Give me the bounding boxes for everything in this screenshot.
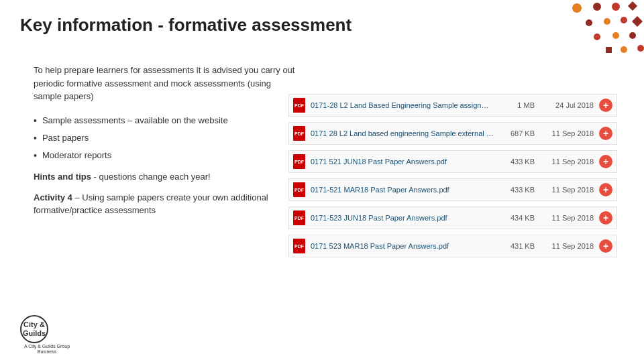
svg-point-5 <box>604 18 610 25</box>
bullet-item-3: Moderator reports <box>34 150 295 161</box>
file-list: PDF0171-28 L2 Land Based Engineering Sam… <box>288 94 617 263</box>
file-size: 687 KB <box>494 129 535 137</box>
svg-point-2 <box>612 3 620 11</box>
logo-sub-text: A City & Guilds Group Business <box>20 344 74 354</box>
file-date: 11 Sep 2018 <box>540 158 594 166</box>
svg-point-9 <box>612 32 619 39</box>
hints-rest: - questions change each year! <box>91 172 211 182</box>
svg-rect-3 <box>628 1 637 11</box>
logo-text-cg: City &Guilds <box>23 320 46 338</box>
file-row: PDF0171-521 MAR18 Past Paper Answers.pdf… <box>288 178 617 201</box>
file-row: PDF0171 523 MAR18 Past Paper Answers.pdf… <box>288 235 617 257</box>
file-date: 11 Sep 2018 <box>540 242 594 250</box>
file-name[interactable]: 0171 521 JUN18 Past Paper Answers.pdf <box>311 158 494 166</box>
pdf-icon: PDF <box>293 154 305 169</box>
file-size: 433 KB <box>494 186 535 194</box>
svg-point-12 <box>621 46 627 53</box>
svg-point-8 <box>594 34 600 40</box>
bullet-item-2: Past papers <box>34 133 295 143</box>
hints-bold: Hints and tips <box>34 172 91 182</box>
file-row: PDF0171-523 JUN18 Past Paper Answers.pdf… <box>288 206 617 229</box>
bullet-item-1: Sample assessments – available on the we… <box>34 115 295 126</box>
file-add-button[interactable]: + <box>599 239 612 253</box>
intro-text: To help prepare learners for assessments… <box>34 64 295 103</box>
file-name[interactable]: 0171-28 L2 Land Based Engineering Sample… <box>311 101 494 109</box>
file-add-button[interactable]: + <box>599 211 612 225</box>
file-size: 1 MB <box>494 101 535 109</box>
file-date: 11 Sep 2018 <box>540 214 594 222</box>
pdf-icon: PDF <box>293 182 305 197</box>
page-title: Key information - formative assessment <box>20 15 352 36</box>
file-name[interactable]: 0171 523 MAR18 Past Paper Answers.pdf <box>311 242 494 250</box>
hints-tips: Hints and tips - questions change each y… <box>34 172 295 182</box>
svg-point-13 <box>637 45 644 52</box>
pdf-icon: PDF <box>293 126 305 141</box>
pdf-icon: PDF <box>293 239 305 253</box>
file-add-button[interactable]: + <box>599 183 612 196</box>
file-date: 11 Sep 2018 <box>540 129 594 137</box>
activity-bold: Activity 4 <box>34 192 72 202</box>
decorative-dots <box>537 0 644 80</box>
file-size: 431 KB <box>494 242 535 250</box>
bullet-list: Sample assessments – available on the we… <box>34 115 295 161</box>
svg-point-4 <box>586 19 592 26</box>
file-size: 433 KB <box>494 158 535 166</box>
file-name[interactable]: 0171 28 L2 Land based engineering Sample… <box>311 129 494 137</box>
content-left: To help prepare learners for assessments… <box>34 64 295 217</box>
svg-rect-11 <box>606 47 612 53</box>
activity-text: Activity 4 – Using sample papers create … <box>34 191 295 217</box>
file-name[interactable]: 0171-521 MAR18 Past Paper Answers.pdf <box>311 186 494 194</box>
svg-point-1 <box>593 3 601 11</box>
file-add-button[interactable]: + <box>599 127 612 140</box>
file-date: 24 Jul 2018 <box>540 101 594 109</box>
file-name[interactable]: 0171-523 JUN18 Past Paper Answers.pdf <box>311 214 494 222</box>
svg-point-6 <box>621 17 627 23</box>
file-add-button[interactable]: + <box>599 99 612 112</box>
pdf-icon: PDF <box>293 98 305 113</box>
file-size: 434 KB <box>494 214 535 222</box>
file-row: PDF0171-28 L2 Land Based Engineering Sam… <box>288 94 617 117</box>
file-row: PDF0171 521 JUN18 Past Paper Answers.pdf… <box>288 150 617 173</box>
file-row: PDF0171 28 L2 Land based engineering Sam… <box>288 122 617 145</box>
svg-point-10 <box>629 32 636 39</box>
pdf-icon: PDF <box>293 210 305 225</box>
file-add-button[interactable]: + <box>599 155 612 168</box>
file-date: 11 Sep 2018 <box>540 186 594 194</box>
logo-circle: City &Guilds <box>20 315 48 343</box>
svg-point-0 <box>572 3 582 13</box>
city-guilds-logo: City &Guilds A City & Guilds Group Busin… <box>20 315 74 349</box>
svg-marker-7 <box>632 16 643 27</box>
